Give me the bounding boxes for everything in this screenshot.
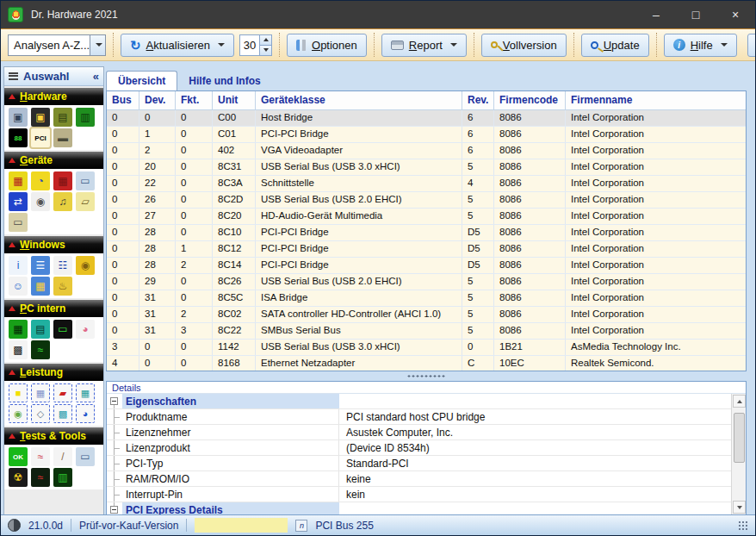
security-icon[interactable]: ◉ (76, 256, 95, 275)
help-button[interactable]: i Hilfe (664, 34, 737, 57)
table-row[interactable]: 3001142USB Serial Bus (USB 3.0 xHCI)01B2… (107, 340, 746, 356)
column-header-7[interactable]: Firmenname (566, 91, 746, 109)
section-header-geraete[interactable]: Geräte (4, 152, 103, 169)
system-icon[interactable]: ▣ (9, 108, 28, 127)
resize-grip-icon[interactable] (738, 520, 748, 531)
table-row[interactable]: 03108C5CISA Bridge58086Intel Corporation (107, 290, 746, 307)
sensors-icon[interactable]: ≈ (31, 468, 50, 487)
table-row[interactable]: 02608C2DUSB Serial Bus (USB 2.0 EHCI)580… (107, 192, 746, 209)
benchmark-icon[interactable]: / (53, 447, 72, 466)
sysinfo-icon[interactable]: i (9, 256, 28, 275)
details-row[interactable]: Eigenschaften (107, 394, 746, 409)
combobox-dropdown-button[interactable] (90, 35, 105, 55)
scroll-down-button[interactable] (733, 501, 746, 514)
details-row[interactable]: PCI Express Details (107, 502, 746, 514)
bench-matrix-icon[interactable]: ▦ (31, 383, 50, 402)
table-row[interactable]: 02818C12PCI-PCI BridgeD58086Intel Corpor… (107, 241, 746, 258)
column-header-4[interactable]: Geräteklasse (256, 91, 462, 109)
tab-uebersicht[interactable]: Übersicht (106, 71, 177, 90)
details-row[interactable]: Lizenzprodukt(Device ID 8534h) (107, 440, 746, 456)
minimize-button[interactable]: – (636, 1, 676, 28)
usb-icon[interactable]: ⇄ (9, 192, 28, 211)
column-header-0[interactable]: Bus (107, 91, 139, 109)
details-row[interactable]: ProduktnamePCI standard host CPU bridge (107, 409, 746, 425)
column-header-5[interactable]: Rev. (462, 91, 494, 109)
collapse-icon[interactable] (110, 397, 118, 405)
details-row[interactable]: Interrupt-Pinkein (107, 487, 746, 502)
ports-icon[interactable]: ▦ (9, 171, 28, 190)
devicetree-icon[interactable]: ☷ (53, 256, 72, 275)
collapse-sidebar-button[interactable]: « (93, 70, 99, 83)
memory-icon[interactable]: ▥ (76, 108, 95, 127)
scanner-icon[interactable]: ▱ (76, 192, 95, 211)
splitter-handle[interactable] (106, 371, 747, 381)
column-header-2[interactable]: Fkt. (176, 91, 213, 109)
update-button[interactable]: Update (581, 34, 649, 57)
maximize-button[interactable]: □ (676, 1, 716, 28)
mouse-icon[interactable]: ◉ (31, 192, 50, 211)
table-row[interactable]: 02808C10PCI-PCI BridgeD58086Intel Corpor… (107, 225, 746, 241)
collapse-icon[interactable] (110, 506, 118, 514)
memtest-icon[interactable]: ▥ (53, 468, 72, 487)
pci-icon[interactable]: PCI (31, 128, 50, 147)
scrollbar-thumb[interactable] (734, 413, 745, 463)
selftest-icon[interactable]: OK (9, 447, 28, 466)
section-header-tests-tools[interactable]: Tests & Tools (4, 427, 103, 445)
options-button[interactable]: Optionen (287, 34, 367, 57)
table-row[interactable]: 03128C02SATA controller HD-Controller (A… (107, 307, 746, 323)
tab-hilfe-und-infos[interactable]: Hilfe und Infos (177, 71, 271, 90)
diagrams-icon[interactable]: ≈ (31, 447, 50, 466)
cmos-icon[interactable]: ▭ (53, 320, 72, 339)
chipset-icon[interactable]: ▦ (9, 320, 28, 339)
refresh-button[interactable]: ↻ Aktualisieren (121, 34, 234, 57)
table-row[interactable]: 02208C3ASchnittstelle48086Intel Corporat… (107, 176, 746, 192)
column-header-3[interactable]: Unit (213, 91, 256, 109)
bench-disk-icon[interactable]: ▦ (76, 383, 95, 402)
table-row[interactable]: 03138C22SMBus Serial Bus58086Intel Corpo… (107, 323, 746, 340)
fullversion-button[interactable]: Vollversion (481, 34, 567, 57)
monitoring-icon[interactable]: ≈ (31, 340, 50, 359)
bench-memory-icon[interactable]: ▰ (53, 383, 72, 402)
details-row[interactable]: RAM/ROM/IOkeine (107, 471, 746, 487)
section-header-hardware[interactable]: Hardware (4, 88, 103, 105)
table-row[interactable]: 020402VGA Videoadapter68086Intel Corpora… (107, 143, 746, 159)
users-icon[interactable]: ☺ (9, 277, 28, 296)
details-scrollbar[interactable] (731, 394, 746, 514)
exit-button[interactable]: Ende (747, 34, 756, 57)
software-icon[interactable]: ▦ (31, 277, 50, 296)
section-header-leistung[interactable]: Leistung (4, 364, 103, 381)
table-row[interactable]: 02708C20HD-Audio-Gerät Multimedia58086In… (107, 209, 746, 225)
cpu-icon[interactable]: ▣ (31, 108, 50, 127)
interval-stepper[interactable]: 30 (239, 34, 272, 56)
stepper-down-button[interactable] (260, 45, 271, 55)
analysis-combobox[interactable]: Analysen A-Z... (8, 34, 106, 56)
close-button[interactable]: × (716, 1, 755, 28)
details-row[interactable]: PCI-TypStandard-PCI (107, 456, 746, 471)
section-header-windows[interactable]: Windows (4, 236, 103, 253)
interrupts-icon[interactable]: ▩ (9, 340, 28, 359)
network-icon[interactable]: ♨ (53, 277, 72, 296)
drives-icon[interactable]: ◔ (31, 171, 50, 190)
bios-icon[interactable]: 88 (9, 128, 28, 147)
table-row[interactable]: 000C00Host Bridge68086Intel Corporation (107, 110, 746, 127)
stepper-up-button[interactable] (260, 35, 271, 45)
monitor-icon[interactable]: ▭ (9, 213, 28, 232)
table-row[interactable]: 02908C26USB Serial Bus (USB 2.0 EHCI)580… (107, 274, 746, 290)
table-row[interactable]: 010C01PCI-PCI Bridge68086Intel Corporati… (107, 127, 746, 143)
table-row[interactable]: 02828C14PCI-PCI BridgeD58086Intel Corpor… (107, 258, 746, 274)
bench-overall-icon[interactable]: ◕ (76, 404, 95, 423)
videocard-icon[interactable]: ▦ (53, 171, 72, 190)
details-row[interactable]: LizenznehmerAsustek Computer, Inc. (107, 425, 746, 440)
printer-icon[interactable]: ▭ (76, 171, 95, 190)
table-row[interactable]: 02008C31USB Serial Bus (USB 3.0 xHCI)580… (107, 159, 746, 176)
partitions-icon[interactable]: ◕ (76, 320, 95, 339)
column-header-1[interactable]: Dev. (139, 91, 176, 109)
bench-video-icon[interactable]: ◇ (31, 404, 50, 423)
table-row[interactable]: 4008168Ethernet NetzadapterC10ECRealtek … (107, 356, 746, 371)
systemsettings-icon[interactable]: ☰ (31, 256, 50, 275)
report-button[interactable]: Report (381, 34, 467, 57)
multimedia-icon[interactable]: ♫ (53, 192, 72, 211)
bench-cd-icon[interactable]: ◉ (9, 404, 28, 423)
section-header-pc-intern[interactable]: PC intern (4, 300, 103, 317)
eprom-icon[interactable]: ▬ (53, 128, 72, 147)
